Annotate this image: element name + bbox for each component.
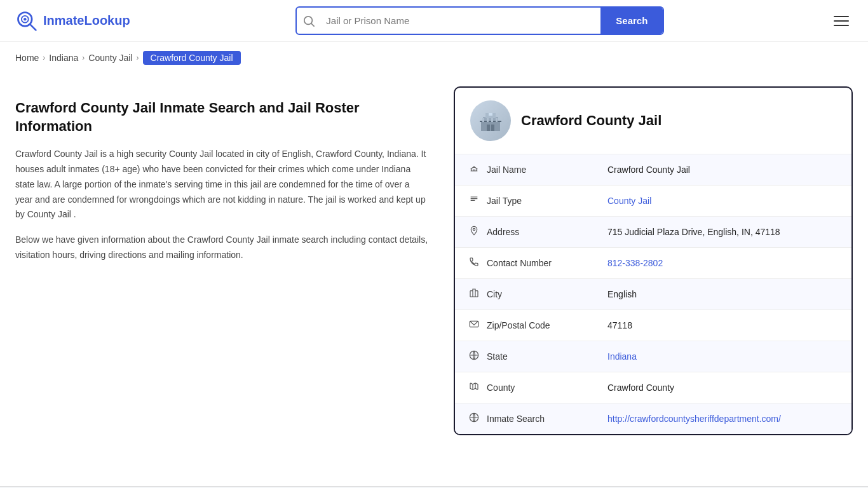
page-heading: Crawford County Jail Inmate Search and J… bbox=[15, 99, 428, 135]
info-link[interactable]: County Jail bbox=[607, 196, 651, 206]
jail-avatar-image bbox=[470, 100, 511, 141]
svg-rect-10 bbox=[487, 125, 490, 131]
row-icon bbox=[468, 319, 480, 332]
info-value: 47118 bbox=[595, 311, 851, 339]
info-value[interactable]: http://crawfordcountysheriffdepartment.c… bbox=[595, 405, 851, 433]
search-icon-wrap bbox=[297, 15, 321, 27]
breadcrumb-county-jail[interactable]: County Jail bbox=[88, 53, 132, 63]
info-row: Jail TypeCounty Jail bbox=[455, 186, 851, 217]
breadcrumb-current: Crawford County Jail bbox=[143, 51, 241, 65]
info-rows-container: Jail NameCrawford County JailJail TypeCo… bbox=[455, 154, 851, 434]
info-row: CityEnglish bbox=[455, 279, 851, 310]
svg-rect-14 bbox=[487, 118, 489, 122]
svg-point-3 bbox=[24, 18, 27, 21]
search-input[interactable] bbox=[321, 9, 600, 32]
info-label: Address bbox=[455, 217, 595, 247]
breadcrumb: Home › Indiana › County Jail › Crawford … bbox=[0, 42, 868, 74]
info-row: Address715 Judicial Plaza Drive, English… bbox=[455, 217, 851, 248]
svg-rect-9 bbox=[489, 113, 492, 116]
info-row: Zip/Postal Code47118 bbox=[455, 310, 851, 341]
breadcrumb-home[interactable]: Home bbox=[15, 53, 39, 63]
logo[interactable]: InmateLookup bbox=[15, 10, 130, 32]
row-icon bbox=[468, 194, 480, 207]
search-icon bbox=[303, 15, 315, 27]
hamburger-line-1 bbox=[834, 16, 849, 17]
jail-avatar bbox=[470, 100, 511, 141]
header: InmateLookup Search bbox=[0, 0, 868, 42]
svg-line-2 bbox=[30, 24, 36, 30]
row-icon bbox=[468, 350, 480, 363]
info-value: Crawford County Jail bbox=[595, 156, 851, 184]
info-label: State bbox=[455, 341, 595, 372]
info-link[interactable]: http://crawfordcountysheriffdepartment.c… bbox=[607, 414, 781, 424]
info-label: Zip/Postal Code bbox=[455, 310, 595, 341]
svg-line-5 bbox=[311, 24, 314, 26]
breadcrumb-sep-2: › bbox=[82, 53, 85, 62]
svg-rect-6 bbox=[481, 121, 500, 131]
info-value: Crawford County bbox=[595, 374, 851, 402]
breadcrumb-sep-1: › bbox=[43, 53, 45, 62]
info-label: City bbox=[455, 279, 595, 309]
search-button[interactable]: Search bbox=[600, 8, 663, 34]
info-label: Inmate Search bbox=[455, 403, 595, 434]
logo-icon bbox=[15, 10, 38, 32]
info-row: CountyCrawford County bbox=[455, 372, 851, 403]
info-link[interactable]: Indiana bbox=[607, 351, 637, 362]
info-label: County bbox=[455, 372, 595, 403]
info-value[interactable]: Indiana bbox=[595, 342, 851, 370]
hamburger-menu[interactable] bbox=[830, 12, 853, 30]
row-icon bbox=[468, 226, 480, 238]
logo-text: InmateLookup bbox=[43, 13, 130, 28]
hamburger-line-2 bbox=[834, 20, 849, 22]
info-value: English bbox=[595, 280, 851, 308]
search-area: Search bbox=[295, 6, 664, 35]
info-link[interactable]: 812-338-2802 bbox=[607, 258, 663, 268]
row-icon bbox=[468, 163, 480, 176]
breadcrumb-indiana[interactable]: Indiana bbox=[49, 53, 78, 63]
svg-rect-13 bbox=[482, 118, 484, 122]
page-description-2: Below we have given information about th… bbox=[15, 233, 428, 263]
svg-rect-11 bbox=[491, 125, 494, 131]
card-header: Crawford County Jail bbox=[455, 88, 851, 154]
search-wrapper: Search bbox=[295, 6, 664, 35]
info-label: Jail Type bbox=[455, 186, 595, 216]
row-icon bbox=[468, 381, 480, 394]
info-value[interactable]: County Jail bbox=[595, 187, 851, 215]
info-card: Crawford County Jail Jail NameCrawford C… bbox=[454, 86, 853, 435]
row-icon bbox=[468, 257, 480, 269]
page-description-1: Crawford County Jail is a high security … bbox=[15, 147, 428, 222]
info-label: Jail Name bbox=[455, 154, 595, 185]
info-label: Contact Number bbox=[455, 248, 595, 278]
main-content: Crawford County Jail Inmate Search and J… bbox=[0, 74, 868, 461]
info-row: Inmate Searchhttp://crawfordcountysherif… bbox=[455, 403, 851, 434]
info-row: Contact Number812-338-2802 bbox=[455, 248, 851, 279]
info-row: Jail NameCrawford County Jail bbox=[455, 154, 851, 186]
row-icon bbox=[468, 288, 480, 301]
left-column: Crawford County Jail Inmate Search and J… bbox=[15, 86, 428, 435]
right-column: Crawford County Jail Jail NameCrawford C… bbox=[454, 86, 853, 435]
info-value: 715 Judicial Plaza Drive, English, IN, 4… bbox=[595, 218, 851, 246]
hamburger-line-3 bbox=[834, 25, 849, 26]
info-row: StateIndiana bbox=[455, 341, 851, 372]
card-title: Crawford County Jail bbox=[521, 112, 661, 129]
svg-rect-15 bbox=[491, 118, 493, 122]
row-icon bbox=[468, 412, 480, 425]
breadcrumb-sep-3: › bbox=[137, 53, 139, 62]
info-value[interactable]: 812-338-2802 bbox=[595, 249, 851, 277]
svg-rect-16 bbox=[496, 118, 498, 122]
